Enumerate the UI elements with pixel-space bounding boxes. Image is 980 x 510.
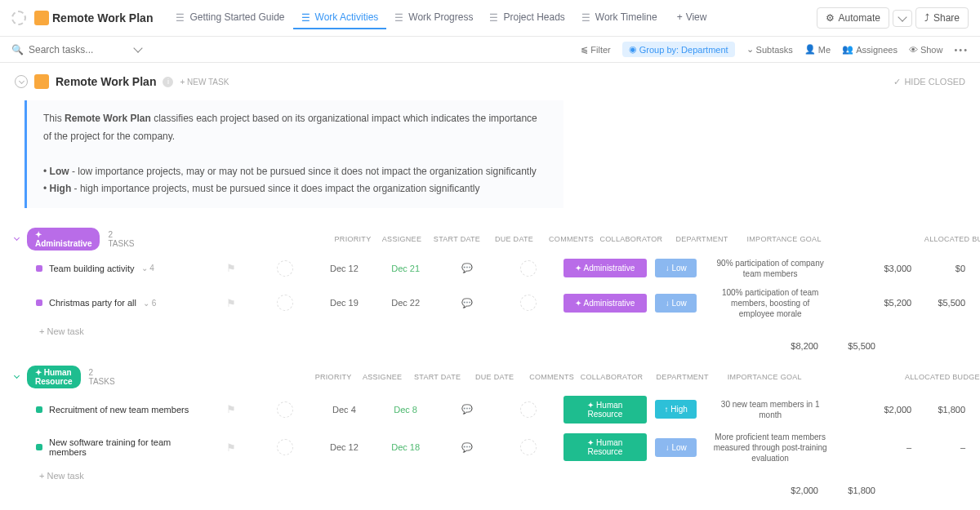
importance-tag[interactable]: ↑ High: [655, 400, 697, 419]
flag-icon[interactable]: ⚑: [226, 262, 236, 274]
filter-icon: ⫹: [581, 44, 588, 55]
subtasks-button[interactable]: ⌄Subtasks: [746, 44, 793, 55]
check-icon: ✓: [893, 77, 901, 87]
search-icon: 🔍: [11, 44, 24, 55]
automate-button[interactable]: ⚙ Automate: [817, 7, 889, 29]
task-row[interactable]: New software training for team members ⚑…: [0, 428, 980, 468]
avatar: [34, 74, 49, 89]
people-icon: 👥: [842, 44, 853, 55]
tab-work-activities[interactable]: ☰Work Activities: [293, 7, 387, 29]
search-dropdown-icon[interactable]: [133, 43, 142, 52]
actual-cost: $0: [920, 264, 965, 273]
group-header: ✦ Sales 2 TASKS PRIORITY ASSIGNEE START …: [0, 507, 980, 510]
collapse-all-icon[interactable]: [15, 75, 28, 88]
due-date[interactable]: Dec 8: [379, 405, 432, 415]
importance-tag[interactable]: ↓ Low: [655, 438, 697, 457]
flag-icon[interactable]: ⚑: [226, 297, 236, 309]
allocated-budget: $2,000: [835, 405, 911, 415]
tab-project-heads[interactable]: ☰Project Heads: [481, 7, 572, 29]
more-button[interactable]: •••: [954, 45, 969, 55]
collaborator-placeholder-icon[interactable]: [520, 295, 537, 311]
allocated-budget: –: [835, 442, 911, 452]
me-button[interactable]: 👤Me: [804, 44, 831, 55]
new-task-row[interactable]: + New task: [0, 323, 980, 339]
list-icon: ☰: [176, 12, 186, 23]
status-square-icon: [36, 299, 42, 306]
list-icon: ☰: [581, 12, 592, 23]
task-name-text: Team building activity: [49, 264, 135, 273]
subtasks-icon: ⌄: [746, 44, 754, 55]
tab-work-timeline[interactable]: ☰Work Timeline: [573, 7, 666, 29]
department-tag[interactable]: ✦ Human Resource: [564, 433, 647, 461]
assignee-placeholder-icon[interactable]: [277, 295, 293, 311]
importance-tag[interactable]: ↓ Low: [655, 294, 697, 313]
goal-text: 90% participation of company team member…: [705, 258, 827, 279]
start-date[interactable]: Dec 4: [318, 405, 371, 415]
department-tag[interactable]: ✦ Administrative: [564, 259, 647, 277]
hide-closed-toggle[interactable]: ✓ HIDE CLOSED: [893, 77, 965, 87]
goal-text: More proficient team members measured th…: [705, 432, 827, 463]
show-button[interactable]: 👁Show: [909, 45, 943, 55]
start-date[interactable]: Dec 12: [318, 264, 371, 273]
group-header: ✦ Administrative 2 TASKS PRIORITY ASSIGN…: [0, 224, 980, 254]
new-task-button[interactable]: + NEW TASK: [180, 78, 229, 86]
task-row[interactable]: Christmas party for all ⌄ 6 ⚑ Dec 19 Dec…: [0, 283, 980, 323]
group-header: ✦ Human Resource 2 TASKS PRIORITY ASSIGN…: [0, 362, 980, 392]
flag-icon[interactable]: ⚑: [226, 403, 236, 415]
due-date[interactable]: Dec 21: [379, 264, 432, 273]
eye-icon: 👁: [909, 45, 918, 55]
goal-text: 30 new team members in 1 month: [705, 399, 827, 420]
department-tag[interactable]: ✦ Human Resource: [564, 396, 647, 424]
view-tabs: ☰Getting Started Guide☰Work Activities☰W…: [167, 7, 665, 29]
automate-dropdown[interactable]: [893, 10, 912, 27]
subtask-count: ⌄ 6: [143, 299, 156, 308]
new-task-row[interactable]: + New task: [0, 468, 980, 484]
group-pill[interactable]: ✦ Human Resource: [27, 366, 81, 388]
add-view-button[interactable]: + View: [669, 7, 715, 29]
tab-work-progress[interactable]: ☰Work Progress: [386, 7, 481, 29]
avatar[interactable]: [34, 11, 49, 25]
collapse-group-icon[interactable]: [15, 370, 19, 384]
start-date[interactable]: Dec 19: [318, 298, 371, 308]
due-date[interactable]: Dec 18: [379, 442, 432, 452]
filter-button[interactable]: ⫹Filter: [581, 44, 610, 55]
allocated-budget: $3,000: [835, 264, 911, 273]
group-by-button[interactable]: ◉Group by: Department: [622, 42, 735, 57]
collaborator-placeholder-icon[interactable]: [520, 401, 537, 418]
department-tag[interactable]: ✦ Administrative: [564, 294, 647, 313]
share-icon: ⤴: [924, 12, 929, 24]
collaborator-placeholder-icon[interactable]: [520, 439, 537, 455]
task-row[interactable]: Team building activity ⌄ 4 ⚑ Dec 12 Dec …: [0, 254, 980, 283]
assignee-placeholder-icon[interactable]: [277, 401, 293, 418]
info-icon[interactable]: i: [163, 77, 173, 87]
group-pill[interactable]: ✦ Administrative: [27, 228, 100, 251]
bolt-icon: ⚙: [826, 12, 835, 24]
allocated-budget: $5,200: [835, 298, 911, 308]
group-totals: $8,200 $5,500: [0, 339, 980, 357]
person-icon: 👤: [804, 44, 816, 55]
comment-icon[interactable]: 💬: [461, 263, 473, 273]
assignee-placeholder-icon[interactable]: [277, 439, 293, 455]
collaborator-placeholder-icon[interactable]: [520, 260, 537, 277]
subtask-count: ⌄ 4: [141, 264, 154, 273]
description-box: This Remote Work Plan classifies each pr…: [24, 100, 564, 208]
comment-icon[interactable]: 💬: [461, 404, 473, 414]
search-input[interactable]: [29, 44, 127, 55]
tab-getting-started-guide[interactable]: ☰Getting Started Guide: [167, 7, 292, 29]
task-row[interactable]: Recruitment of new team members ⚑ Dec 4 …: [0, 392, 980, 428]
actual-cost: $1,800: [920, 405, 965, 415]
share-button[interactable]: ⤴ Share: [915, 7, 969, 29]
comment-icon[interactable]: 💬: [461, 298, 473, 308]
task-count: 2 TASKS: [89, 368, 115, 386]
task-name-text: Recruitment of new team members: [49, 405, 189, 415]
assignees-button[interactable]: 👥Assignees: [842, 44, 898, 55]
due-date[interactable]: Dec 22: [379, 298, 432, 308]
page-heading: Remote Work Plan: [56, 75, 156, 88]
status-square-icon: [36, 444, 42, 450]
start-date[interactable]: Dec 12: [318, 442, 371, 452]
assignee-placeholder-icon[interactable]: [277, 260, 293, 277]
flag-icon[interactable]: ⚑: [226, 441, 236, 454]
importance-tag[interactable]: ↓ Low: [655, 259, 697, 277]
collapse-group-icon[interactable]: [15, 233, 19, 246]
comment-icon[interactable]: 💬: [461, 442, 473, 452]
